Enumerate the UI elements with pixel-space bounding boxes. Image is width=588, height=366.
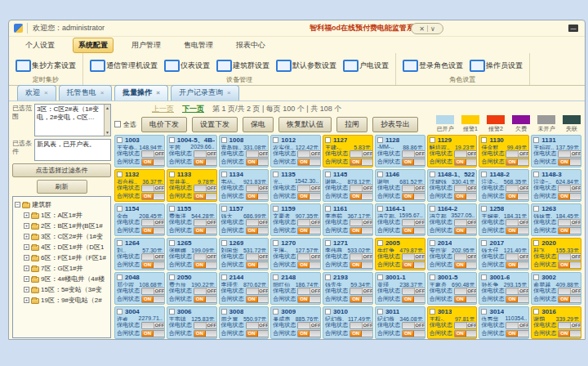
- expand-icon[interactable]: +: [24, 276, 29, 282]
- switch-toggle[interactable]: ON: [454, 261, 478, 269]
- tree-item[interactable]: +7区：G区1#井: [15, 263, 109, 274]
- protect-toggle[interactable]: OFF: [506, 185, 529, 192]
- protect-toggle[interactable]: OFF: [141, 322, 165, 329]
- switch-toggle[interactable]: ON: [297, 158, 321, 166]
- switch-toggle[interactable]: ON: [297, 261, 321, 269]
- switch-toggle[interactable]: ON: [454, 227, 478, 234]
- ribbon-button-建筑群设置[interactable]: 建筑群设置: [216, 60, 270, 73]
- card-checkbox[interactable]: [325, 309, 331, 315]
- card-checkbox[interactable]: [533, 206, 539, 212]
- switch-toggle[interactable]: ON: [558, 227, 581, 234]
- protect-toggle[interactable]: OFF: [350, 150, 373, 158]
- card-checkbox[interactable]: [325, 240, 331, 246]
- protect-toggle[interactable]: OFF: [454, 185, 478, 192]
- protect-toggle[interactable]: OFF: [402, 322, 425, 329]
- protect-toggle[interactable]: OFF: [402, 288, 425, 295]
- menu-item-个人设置[interactable]: 个人设置: [20, 38, 60, 52]
- card-checkbox[interactable]: [221, 274, 227, 280]
- expand-icon[interactable]: +: [24, 255, 29, 261]
- ribbon-button-登录角色设置[interactable]: 登录角色设置: [403, 60, 463, 73]
- card-checkbox[interactable]: [169, 137, 175, 143]
- switch-toggle[interactable]: ON: [506, 158, 529, 166]
- select-all-checkbox[interactable]: [114, 121, 121, 127]
- switch-toggle[interactable]: ON: [506, 193, 529, 200]
- card-checkbox[interactable]: [273, 309, 278, 315]
- protect-toggle[interactable]: OFF: [506, 219, 529, 226]
- switch-toggle[interactable]: ON: [141, 227, 165, 234]
- menu-item-系统配置[interactable]: 系统配置: [73, 38, 114, 53]
- switch-toggle[interactable]: ON: [350, 158, 373, 166]
- switch-toggle[interactable]: ON: [454, 158, 478, 166]
- ribbon-button-仪表设置[interactable]: 仪表设置: [164, 60, 210, 73]
- tree-item[interactable]: +19区：9#变电站（2#: [15, 295, 109, 306]
- card-checkbox[interactable]: [377, 206, 383, 212]
- switch-toggle[interactable]: ON: [297, 227, 321, 234]
- card-checkbox[interactable]: [117, 309, 122, 315]
- switch-toggle[interactable]: ON: [402, 330, 425, 337]
- switch-toggle[interactable]: ON: [506, 330, 529, 337]
- menu-item-售电管理[interactable]: 售电管理: [179, 38, 218, 52]
- expand-icon[interactable]: +: [24, 212, 29, 218]
- switch-toggle[interactable]: ON: [350, 261, 373, 269]
- action-button-电价下发[interactable]: 电价下发: [141, 117, 187, 132]
- card-checkbox[interactable]: [273, 137, 278, 143]
- switch-toggle[interactable]: ON: [558, 193, 581, 200]
- tab-批量操作[interactable]: 批量操作×: [114, 85, 168, 100]
- protect-toggle[interactable]: OFF: [558, 288, 581, 295]
- card-checkbox[interactable]: [481, 274, 487, 280]
- protect-toggle[interactable]: OFF: [454, 150, 478, 158]
- protect-toggle[interactable]: OFF: [246, 150, 270, 158]
- switch-toggle[interactable]: ON: [194, 330, 217, 337]
- choose-filter-button[interactable]: 点击选择过滤条件: [12, 163, 111, 177]
- tab-托管售电[interactable]: 托管售电×: [59, 85, 113, 100]
- switch-toggle[interactable]: ON: [454, 193, 478, 200]
- protect-toggle[interactable]: OFF: [141, 150, 165, 158]
- protect-toggle[interactable]: OFF: [194, 253, 217, 261]
- protect-toggle[interactable]: OFF: [506, 288, 529, 295]
- card-checkbox[interactable]: [221, 309, 227, 315]
- card-checkbox[interactable]: [169, 274, 175, 280]
- protect-toggle[interactable]: OFF: [246, 288, 270, 295]
- expand-icon[interactable]: +: [24, 287, 29, 292]
- card-checkbox[interactable]: [377, 274, 383, 280]
- ribbon-button-默认参数设置[interactable]: 默认参数设置: [276, 60, 336, 73]
- tree-item[interactable]: +9区：4#楼电井（4#楼: [15, 274, 109, 284]
- switch-toggle[interactable]: ON: [402, 193, 425, 200]
- protect-toggle[interactable]: OFF: [141, 253, 165, 261]
- switch-toggle[interactable]: ON: [558, 158, 581, 166]
- switch-toggle[interactable]: ON: [246, 296, 270, 303]
- action-button-拉闸[interactable]: 拉闸: [336, 117, 368, 132]
- switch-toggle[interactable]: ON: [141, 193, 165, 200]
- card-checkbox[interactable]: [481, 240, 487, 246]
- popout-icon[interactable]: ✕: [419, 25, 425, 33]
- card-checkbox[interactable]: [430, 309, 435, 315]
- card-checkbox[interactable]: [117, 240, 122, 246]
- protect-toggle[interactable]: OFF: [350, 219, 373, 226]
- protect-toggle[interactable]: OFF: [246, 322, 270, 329]
- switch-toggle[interactable]: ON: [402, 158, 425, 166]
- switch-toggle[interactable]: ON: [141, 261, 165, 269]
- protect-toggle[interactable]: OFF: [141, 288, 165, 295]
- protect-toggle[interactable]: OFF: [558, 185, 581, 192]
- protect-toggle[interactable]: OFF: [350, 322, 373, 329]
- card-checkbox[interactable]: [221, 240, 227, 246]
- card-checkbox[interactable]: [533, 137, 539, 143]
- card-checkbox[interactable]: [273, 206, 278, 212]
- card-checkbox[interactable]: [117, 137, 122, 143]
- switch-toggle[interactable]: ON: [246, 193, 270, 200]
- window-view-control[interactable]: ✕ ∨: [411, 23, 443, 34]
- card-checkbox[interactable]: [325, 274, 331, 280]
- protect-toggle[interactable]: OFF: [194, 150, 217, 158]
- protect-toggle[interactable]: OFF: [246, 185, 270, 192]
- card-checkbox[interactable]: [325, 172, 331, 177]
- protect-toggle[interactable]: OFF: [297, 185, 321, 192]
- card-checkbox[interactable]: [169, 172, 175, 177]
- protect-toggle[interactable]: OFF: [454, 253, 478, 261]
- card-checkbox[interactable]: [430, 274, 435, 280]
- card-checkbox[interactable]: [430, 206, 435, 212]
- protect-toggle[interactable]: OFF: [194, 185, 217, 192]
- collapse-icon[interactable]: −: [15, 202, 20, 208]
- switch-toggle[interactable]: ON: [141, 296, 165, 303]
- protect-toggle[interactable]: OFF: [402, 150, 425, 158]
- tree-item[interactable]: +3区：C区2#井（1#变: [15, 231, 109, 242]
